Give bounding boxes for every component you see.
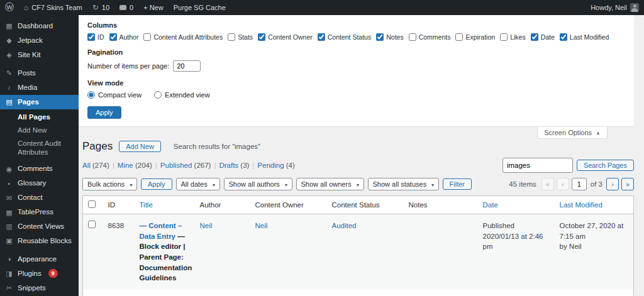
table-header-row: ID Title Author Content Owner Content St… xyxy=(83,196,634,214)
column-toggle-expiration[interactable]: Expiration xyxy=(455,33,495,41)
bulk-actions-select[interactable]: Bulk actions xyxy=(82,178,137,190)
sidebar-item-content-views[interactable]: ▥ Content Views xyxy=(0,219,79,234)
stats-column-checkbox[interactable] xyxy=(228,33,235,41)
sidebar-item-dashboard[interactable]: ▦ Dashboard xyxy=(0,19,79,33)
wordpress-logo-icon[interactable]: Ⓦ xyxy=(0,0,19,15)
content-owner-cell: Sally Lance xyxy=(250,290,327,296)
statuses-select[interactable]: Show all statuses xyxy=(368,178,439,190)
account-menu[interactable]: Howdy, Neil xyxy=(586,0,644,15)
extended-view-radio-input[interactable] xyxy=(154,91,162,99)
sidebar-item-reusable-blocks[interactable]: ▣ Reusable Blocks xyxy=(0,234,79,248)
separator: | xyxy=(155,162,157,169)
sidebar-item-jetpack[interactable]: ◆ Jetpack xyxy=(0,33,79,48)
owners-select[interactable]: Show all owners xyxy=(296,178,364,190)
updates-count: 10 xyxy=(102,4,109,11)
id-column-checkbox[interactable] xyxy=(87,33,95,41)
purge-sg-cache-menu[interactable]: Purge SG Cache xyxy=(169,0,231,15)
notes-column-checkbox[interactable] xyxy=(376,33,384,41)
sidebar-item-label: Media xyxy=(18,83,37,92)
content-audit-attributes-column-checkbox[interactable] xyxy=(143,33,151,41)
site-name-menu[interactable]: ⌂ CF7 Skins Team xyxy=(19,0,87,15)
sidebar-item-site-kit[interactable]: ◈ Site Kit xyxy=(0,48,79,62)
filter-button[interactable]: Filter xyxy=(443,178,472,190)
column-toggle-last-modified[interactable]: Last Modified xyxy=(560,33,609,41)
view-published-link[interactable]: Published (267) xyxy=(160,162,211,169)
sidebar-item-media[interactable]: ♪ Media xyxy=(0,80,79,95)
header-date: Date xyxy=(478,196,555,214)
bulk-apply-button[interactable]: Apply xyxy=(141,178,172,190)
search-pages-button[interactable]: Search Pages xyxy=(577,160,634,171)
select-all-cell xyxy=(83,196,103,214)
current-page-input[interactable] xyxy=(572,178,587,190)
sidebar-item-contact[interactable]: ✉ Contact xyxy=(0,190,79,205)
search-input[interactable] xyxy=(502,158,573,173)
content-owner-link[interactable]: Neil xyxy=(255,222,268,229)
sort-title-link[interactable]: Title xyxy=(140,201,153,209)
column-toggle-stats[interactable]: Stats xyxy=(228,33,253,41)
content-status-column-checkbox[interactable] xyxy=(318,33,325,41)
comments-menu[interactable]: 0 xyxy=(114,0,138,15)
sidebar-item-label: TablePress xyxy=(18,207,53,217)
content-status-link[interactable]: Audited xyxy=(332,222,357,229)
comments-column-checkbox[interactable] xyxy=(409,33,416,41)
sidebar-item-label: Pages xyxy=(18,97,39,107)
column-toggle-date[interactable]: Date xyxy=(531,33,555,41)
status-filter-links: All (274) | Mine (204) | Published (267)… xyxy=(82,162,295,169)
last-modified-column-checkbox[interactable] xyxy=(560,33,567,41)
separator: | xyxy=(113,162,114,169)
column-toggle-content-status[interactable]: Content Status xyxy=(318,33,371,41)
column-toggle-author[interactable]: Author xyxy=(109,33,139,41)
screen-options-apply-button[interactable]: Apply xyxy=(87,106,121,119)
sidebar-item-snippets[interactable]: ✂ Snippets xyxy=(0,281,79,295)
author-link[interactable]: Neil xyxy=(200,222,213,229)
dates-select[interactable]: All dates xyxy=(176,178,220,190)
sidebar-item-appearance[interactable]: ◑ Appearance xyxy=(0,252,79,266)
sort-last-modified-link[interactable]: Last Modified xyxy=(560,201,602,209)
next-page-button[interactable]: › xyxy=(606,178,619,190)
column-toggle-notes[interactable]: Notes xyxy=(376,33,403,41)
checkbox-label: Author xyxy=(119,33,139,41)
add-new-button[interactable]: Add New xyxy=(119,141,161,152)
compact-view-radio[interactable]: Compact view xyxy=(87,91,142,99)
view-drafts-link[interactable]: Drafts (3) xyxy=(219,162,249,169)
comments-icon xyxy=(119,5,126,10)
authors-select[interactable]: Show all authors xyxy=(224,178,292,190)
new-content-menu[interactable]: + New xyxy=(138,0,169,15)
extended-view-radio[interactable]: Extended view xyxy=(154,91,210,99)
column-toggle-comments[interactable]: Comments xyxy=(409,33,451,41)
view-mine-link[interactable]: Mine (204) xyxy=(118,162,152,169)
sort-date-link[interactable]: Date xyxy=(483,201,498,209)
content-status-cell: Started xyxy=(327,290,404,296)
column-toggle-content-audit-attributes[interactable]: Content Audit Attributes xyxy=(143,33,223,41)
sidebar-item-posts[interactable]: ✎ Posts xyxy=(0,66,79,80)
items-per-page-input[interactable] xyxy=(173,60,201,72)
sidebar-item-tablepress[interactable]: ▦ TablePress xyxy=(0,205,79,219)
select-all-checkbox[interactable] xyxy=(88,200,96,208)
sidebar-item-comments[interactable]: ◉ Comments xyxy=(0,162,79,176)
view-all-link[interactable]: All (274) xyxy=(82,162,109,169)
likes-column-checkbox[interactable] xyxy=(500,33,508,41)
items-count: 45 items xyxy=(509,180,536,188)
view-pending-link[interactable]: Pending (4) xyxy=(257,162,294,169)
avatar xyxy=(630,3,639,12)
column-toggle-likes[interactable]: Likes xyxy=(500,33,526,41)
sidebar-item-glossary[interactable]: ▪ Glossary xyxy=(0,176,79,190)
submenu-item-content-audit-attributes[interactable]: Content Audit Attributes xyxy=(0,137,79,160)
submenu-item-all-pages[interactable]: All Pages xyxy=(0,111,79,124)
sidebar-item-pages[interactable]: ▤ Pages xyxy=(0,95,79,109)
screen-options-toggle[interactable]: Screen Options ▲ xyxy=(537,127,608,139)
content-owner-column-checkbox[interactable] xyxy=(258,33,265,41)
comments-count: 0 xyxy=(130,4,133,11)
submenu-item-add-new[interactable]: Add New xyxy=(0,124,79,137)
updates-menu[interactable]: ↻ 10 xyxy=(87,0,114,15)
author-column-checkbox[interactable] xyxy=(109,33,117,41)
compact-view-radio-input[interactable] xyxy=(87,91,95,99)
row-checkbox[interactable] xyxy=(88,221,96,228)
column-toggle-id[interactable]: ID xyxy=(87,33,104,41)
column-toggle-content-owner[interactable]: Content Owner xyxy=(258,33,313,41)
last-page-button[interactable]: » xyxy=(621,178,634,190)
expiration-column-checkbox[interactable] xyxy=(455,33,463,41)
sidebar-item-plugins[interactable]: ◨ Plugins 9 xyxy=(0,266,79,281)
sidebar-item-label: Posts xyxy=(18,69,36,78)
date-column-checkbox[interactable] xyxy=(531,33,538,41)
